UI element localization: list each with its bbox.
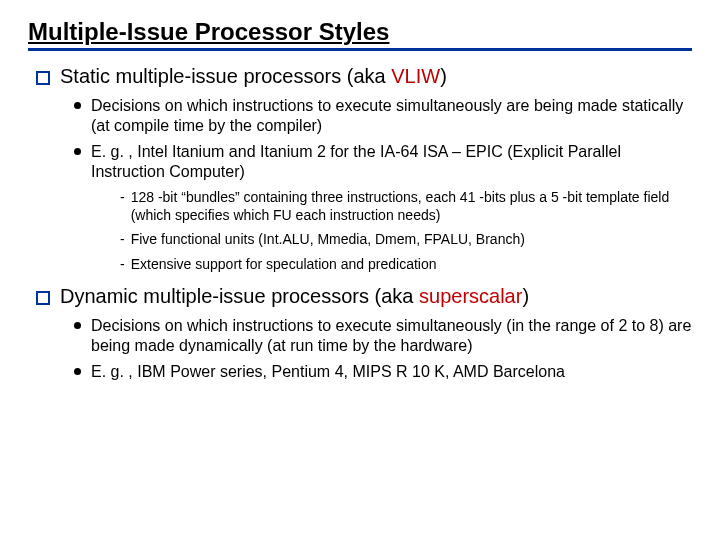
- dynamic-bullet-1: Decisions on which instructions to execu…: [74, 316, 692, 356]
- dynamic-bullet-2: E. g. , IBM Power series, Pentium 4, MIP…: [74, 362, 692, 382]
- vliw-term: VLIW: [391, 65, 440, 87]
- static-bullet-2: E. g. , Intel Itanium and Itanium 2 for …: [74, 142, 692, 182]
- dot-bullet-icon: [74, 102, 81, 109]
- square-bullet-icon: [36, 71, 50, 85]
- dynamic-heading-text: Dynamic multiple-issue processors (aka s…: [60, 285, 529, 308]
- static-heading: Static multiple-issue processors (aka VL…: [36, 65, 692, 88]
- dynamic-bullet-2-text: E. g. , IBM Power series, Pentium 4, MIP…: [91, 362, 565, 382]
- superscalar-term: superscalar: [419, 285, 522, 307]
- dynamic-heading-pre: Dynamic multiple-issue processors (aka: [60, 285, 419, 307]
- static-sub-1-text: 128 -bit “bundles” containing three inst…: [131, 188, 692, 224]
- dot-bullet-icon: [74, 322, 81, 329]
- slide-title: Multiple-Issue Processor Styles: [28, 18, 692, 51]
- square-bullet-icon: [36, 291, 50, 305]
- dynamic-heading-post: ): [522, 285, 529, 307]
- static-heading-post: ): [440, 65, 447, 87]
- dynamic-bullet-1-text: Decisions on which instructions to execu…: [91, 316, 692, 356]
- static-heading-text: Static multiple-issue processors (aka VL…: [60, 65, 447, 88]
- dash-icon: -: [120, 255, 125, 273]
- static-heading-pre: Static multiple-issue processors (aka: [60, 65, 391, 87]
- static-bullet-1-text: Decisions on which instructions to execu…: [91, 96, 692, 136]
- static-sub-3-text: Extensive support for speculation and pr…: [131, 255, 437, 273]
- static-sub-1: - 128 -bit “bundles” containing three in…: [120, 188, 692, 224]
- dot-bullet-icon: [74, 148, 81, 155]
- static-sub-3: - Extensive support for speculation and …: [120, 255, 692, 273]
- static-bullet-1: Decisions on which instructions to execu…: [74, 96, 692, 136]
- static-bullet-2-text: E. g. , Intel Itanium and Itanium 2 for …: [91, 142, 692, 182]
- dash-icon: -: [120, 230, 125, 248]
- static-sub-2-text: Five functional units (Int.ALU, Mmedia, …: [131, 230, 525, 248]
- dynamic-heading: Dynamic multiple-issue processors (aka s…: [36, 285, 692, 308]
- dash-icon: -: [120, 188, 125, 206]
- static-sub-2: - Five functional units (Int.ALU, Mmedia…: [120, 230, 692, 248]
- dot-bullet-icon: [74, 368, 81, 375]
- slide: Multiple-Issue Processor Styles Static m…: [0, 0, 720, 398]
